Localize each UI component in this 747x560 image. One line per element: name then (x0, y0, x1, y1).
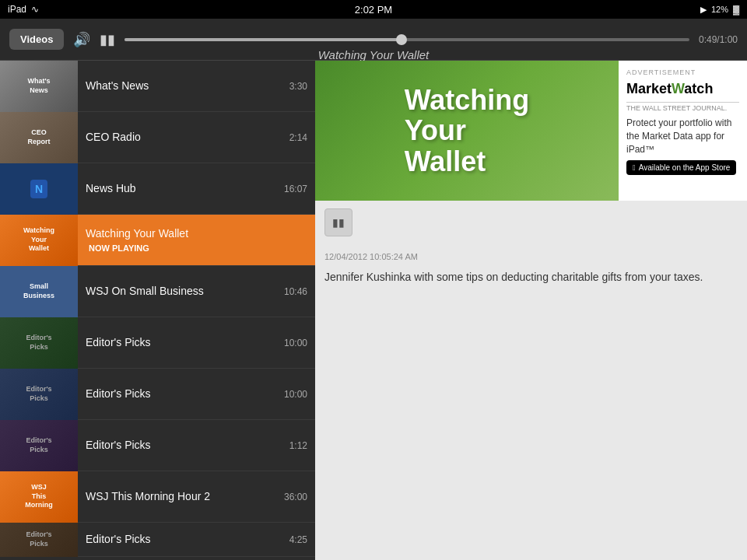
thumb-newshub: N (0, 163, 78, 215)
sidebar-item-editors-1[interactable]: Editor'sPicks Editor's Picks 10:00 (0, 317, 315, 369)
now-playing-badge: NOW PLAYING (86, 243, 307, 254)
sidebar-info-smallbiz: WSJ On Small Business (78, 284, 315, 298)
sidebar-duration-editors4: 4:25 (289, 534, 307, 545)
status-right: ▶ 12% ▓ (700, 5, 739, 15)
thumb-whats-news: What'sNews (0, 61, 78, 112)
sidebar: What'sNews What's News 3:30 CEOReport CE… (0, 61, 315, 560)
thumb-editors4: Editor'sPicks (0, 523, 78, 557)
sidebar-title-newshub: News Hub (86, 181, 307, 195)
thumb-smallbiz: SmallBusiness (0, 266, 78, 317)
sidebar-duration-editors3: 1:12 (289, 440, 307, 451)
sidebar-duration-ceo: 2:14 (289, 132, 307, 143)
sidebar-duration-editors1: 10:00 (284, 338, 307, 348)
apple-icon:  (633, 163, 636, 172)
sidebar-info-newshub: News Hub (78, 181, 315, 195)
player-title: Watching Your Wallet (318, 48, 430, 61)
ad-label: ADVERTISEMENT (626, 68, 739, 76)
sidebar-duration-newshub: 16:07 (284, 184, 307, 194)
status-bar: iPad ∿ 2:02 PM ▶ 12% ▓ (0, 0, 747, 19)
sidebar-item-wsj-morning[interactable]: WSJThisMorning WSJ This Morning Hour 2 3… (0, 471, 315, 523)
pause-button[interactable]: ▮▮ (100, 31, 115, 48)
thumb-wsjmorning: WSJThisMorning (0, 471, 78, 523)
video-preview-text: Watching Your Wallet (389, 69, 545, 193)
video-meta: 12/04/2012 10:05:24 AM (315, 244, 747, 266)
sidebar-item-news-hub[interactable]: N News Hub 16:07 (0, 163, 315, 215)
ad-panel: ADVERTISEMENT MarketWatch THE WALL STREE… (619, 61, 747, 201)
marketwatch-brand: MarketWatch (626, 81, 739, 97)
main-layout: What'sNews What's News 3:30 CEOReport CE… (0, 61, 747, 560)
video-row: Watching Your Wallet ADVERTISEMENT Marke… (315, 61, 747, 201)
sidebar-info-editors3: Editor's Picks (78, 438, 315, 452)
videos-button[interactable]: Videos (9, 29, 64, 50)
app-store-label: Available on the App Store (639, 163, 731, 172)
sidebar-info-morning: WSJ This Morning Hour 2 (78, 489, 315, 503)
wifi-icon: ∿ (31, 4, 39, 15)
sidebar-item-editors-4[interactable]: Editor'sPicks Editor's Picks 4:25 (0, 523, 315, 557)
pause-main-button[interactable]: ▮▮ (324, 208, 352, 236)
sidebar-duration-whats-news: 3:30 (289, 81, 307, 92)
sidebar-item-wsj-small-biz[interactable]: SmallBusiness WSJ On Small Business 10:4… (0, 266, 315, 317)
status-left: iPad ∿ (8, 4, 39, 15)
sidebar-item-whats-news[interactable]: What'sNews What's News 3:30 (0, 61, 315, 112)
marketwatch-name: MarketWatch (626, 81, 713, 96)
progress-thumb (396, 34, 407, 45)
sidebar-info-ceo: CEO Radio (78, 130, 315, 144)
volume-icon: 🔊 (73, 31, 90, 48)
sidebar-info-whats-news: What's News (78, 79, 315, 93)
sidebar-info-editors1: Editor's Picks (78, 335, 315, 349)
ipad-label: iPad (8, 4, 26, 15)
video-description: Jennifer Kushinka with some tips on dedu… (315, 266, 747, 298)
play-icon: ▶ (700, 5, 707, 15)
sidebar-item-ceo-radio[interactable]: CEOReport CEO Radio 2:14 (0, 112, 315, 163)
sidebar-item-editors-3[interactable]: Editor'sPicks Editor's Picks 1:12 (0, 420, 315, 471)
progress-bar[interactable] (124, 38, 689, 41)
sidebar-title-morning: WSJ This Morning Hour 2 (86, 489, 307, 503)
app-store-button[interactable]:  Available on the App Store (626, 160, 736, 175)
sidebar-info-watching: Watching Your Wallet NOW PLAYING (78, 226, 315, 254)
sidebar-info-editors4: Editor's Picks (78, 532, 315, 546)
ad-subtitle: THE WALL STREET JOURNAL. (626, 102, 739, 112)
video-controls-row: ▮▮ (315, 201, 747, 244)
sidebar-title-smallbiz: WSJ On Small Business (86, 284, 307, 298)
sidebar-duration-morning: 36:00 (284, 492, 307, 502)
sidebar-title-whats-news: What's News (86, 79, 307, 93)
sidebar-title-editors4: Editor's Picks (86, 532, 307, 546)
thumb-editors1: Editor'sPicks (0, 317, 78, 369)
sidebar-title-editors2: Editor's Picks (86, 387, 307, 401)
content-area: Watching Your Wallet ADVERTISEMENT Marke… (315, 61, 747, 560)
sidebar-duration-smallbiz: 10:46 (284, 286, 307, 297)
thumb-ceo: CEOReport (0, 112, 78, 163)
player-bar: Watching Your Wallet Videos 🔊 ▮▮ 0:49/1:… (0, 19, 747, 61)
status-time: 2:02 PM (355, 4, 392, 16)
thumb-editors2: Editor'sPicks (0, 369, 78, 420)
battery-percent: 12% (711, 5, 728, 14)
battery-icon: ▓ (733, 5, 739, 14)
video-date: 12/04/2012 10:05:24 AM (324, 252, 418, 261)
progress-fill (124, 38, 402, 41)
sidebar-title-editors1: Editor's Picks (86, 335, 307, 349)
sidebar-item-editors-2[interactable]: Editor'sPicks Editor's Picks 10:00 (0, 369, 315, 420)
time-display: 0:49/1:00 (699, 34, 738, 45)
video-preview: Watching Your Wallet (315, 61, 619, 201)
thumb-watching: WatchingYourWallet (0, 215, 78, 266)
sidebar-duration-editors2: 10:00 (284, 389, 307, 400)
sidebar-title-watching: Watching Your Wallet (86, 226, 307, 240)
sidebar-info-editors2: Editor's Picks (78, 387, 315, 401)
sidebar-title-ceo: CEO Radio (86, 130, 307, 144)
sidebar-item-watching-wallet[interactable]: WatchingYourWallet Watching Your Wallet … (0, 215, 315, 266)
marketwatch-accent: W (672, 81, 684, 96)
newshub-logo: N (0, 163, 78, 215)
sidebar-title-editors3: Editor's Picks (86, 438, 307, 452)
thumb-editors3: Editor'sPicks (0, 420, 78, 471)
ad-body: Protect your portfolio with the Market D… (626, 117, 739, 156)
